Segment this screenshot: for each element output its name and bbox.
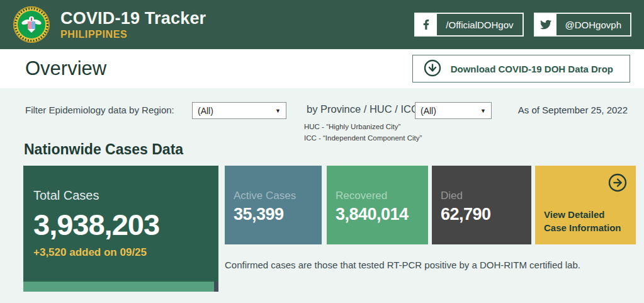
download-label: Download COVID-19 DOH Data Drop bbox=[451, 64, 613, 74]
caret-down-icon: ▼ bbox=[275, 108, 281, 114]
header-titles: COVID-19 Tracker PHILIPPINES bbox=[60, 9, 206, 40]
covid-tracker-app: COVID-19 Tracker PHILIPPINES /OfficialDO… bbox=[0, 0, 644, 303]
died-card: Died 62,790 bbox=[432, 166, 531, 244]
abbreviation-footnotes: HUC - “Highly Urbanized City” ICC - “Ind… bbox=[304, 121, 422, 144]
download-circle-icon bbox=[423, 59, 442, 79]
view-details-card[interactable]: View Detailed Case Information bbox=[535, 166, 636, 244]
active-cases-value: 35,399 bbox=[234, 205, 322, 224]
died-label: Died bbox=[441, 190, 531, 202]
died-value: 62,790 bbox=[441, 205, 531, 224]
facebook-badge[interactable]: /OfficialDOHgov bbox=[414, 13, 523, 37]
province-select-value: (All) bbox=[421, 106, 475, 116]
facebook-handle: /OfficialDOHgov bbox=[437, 20, 522, 30]
region-select-value: (All) bbox=[198, 106, 270, 116]
icc-footnote: ICC - “Independent Component City” bbox=[304, 132, 422, 144]
total-cases-delta: +3,520 added on 09/25 bbox=[33, 246, 208, 259]
sparkline-end-cap bbox=[214, 282, 218, 292]
twitter-badge[interactable]: @DOHgovph bbox=[534, 13, 631, 37]
total-cases-card: Total Cases 3,938,203 +3,520 added on 09… bbox=[23, 166, 218, 292]
huc-footnote: HUC - “Highly Urbanized City” bbox=[304, 121, 422, 132]
recovered-label: Recovered bbox=[336, 190, 428, 202]
view-details-line2: Case Information bbox=[544, 221, 621, 234]
province-filter-label: by Province / HUC / ICC: bbox=[307, 103, 421, 115]
confirmed-cases-note: Confirmed cases are those that tested RT… bbox=[225, 260, 580, 270]
download-data-drop-button[interactable]: Download COVID-19 DOH Data Drop bbox=[412, 55, 630, 83]
region-filter-label: Filter Epidemiology data by Region: bbox=[25, 105, 174, 115]
active-cases-label: Active Cases bbox=[234, 190, 322, 202]
app-header: COVID-19 Tracker PHILIPPINES /OfficialDO… bbox=[0, 0, 644, 49]
social-links: /OfficialDOHgov @DOHgovph bbox=[414, 13, 631, 37]
twitter-icon bbox=[535, 14, 556, 35]
recovered-card: Recovered 3,840,014 bbox=[327, 166, 428, 244]
view-details-label: View Detailed Case Information bbox=[544, 208, 621, 234]
doh-seal-logo bbox=[13, 6, 50, 43]
region-select[interactable]: (All) ▼ bbox=[192, 102, 286, 119]
province-select[interactable]: (All) ▼ bbox=[415, 102, 492, 119]
view-details-line1: View Detailed bbox=[544, 208, 621, 221]
overview-band: Overview Download COVID-19 DOH Data Drop bbox=[0, 49, 644, 88]
page-title: Overview bbox=[25, 57, 106, 80]
caret-down-icon: ▼ bbox=[480, 108, 486, 114]
active-cases-card: Active Cases 35,399 bbox=[225, 166, 322, 244]
arrow-right-circle-icon bbox=[607, 172, 628, 196]
section-heading: Nationwide Cases Data bbox=[24, 141, 644, 158]
main-content: Filter Epidemiology data by Region: (All… bbox=[0, 88, 644, 292]
app-subtitle: PHILIPPINES bbox=[60, 29, 206, 40]
as-of-date: As of September 25, 2022 bbox=[518, 105, 628, 115]
filter-area: Filter Epidemiology data by Region: (All… bbox=[0, 88, 644, 141]
total-cases-label: Total Cases bbox=[33, 188, 208, 203]
facebook-icon bbox=[415, 14, 437, 35]
recovered-value: 3,840,014 bbox=[336, 205, 428, 224]
total-cases-value: 3,938,203 bbox=[33, 209, 208, 240]
twitter-handle: @DOHgovph bbox=[556, 20, 630, 30]
cases-cards-row: Total Cases 3,938,203 +3,520 added on 09… bbox=[23, 166, 644, 292]
app-title: COVID-19 Tracker bbox=[60, 9, 206, 28]
total-cases-sparkline bbox=[23, 282, 218, 292]
